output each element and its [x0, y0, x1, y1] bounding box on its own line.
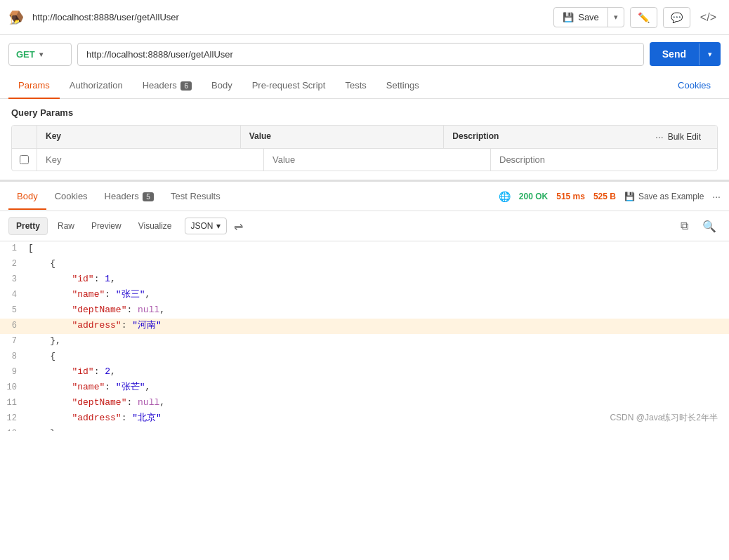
row-checkbox[interactable] — [20, 155, 29, 164]
row-desc[interactable] — [491, 149, 717, 171]
line-content: "deptName": null, — [28, 303, 729, 319]
code-line: 1[ — [0, 241, 729, 257]
save-example-label: Save as Example — [638, 192, 704, 201]
tab-params[interactable]: Params — [8, 73, 60, 99]
method-select[interactable]: GET ▾ — [8, 43, 72, 66]
tab-authorization[interactable]: Authorization — [60, 73, 133, 99]
code-view[interactable]: 1[2 {3 "id": 1,4 "name": "张三",5 "deptNam… — [0, 241, 729, 431]
line-number: 7 — [0, 334, 28, 349]
status-time: 515 ms — [556, 192, 585, 201]
fmt-tab-visualize[interactable]: Visualize — [131, 218, 179, 234]
json-format-select[interactable]: JSON ▾ — [185, 218, 227, 234]
send-button-main[interactable]: Send — [650, 42, 699, 66]
code-line: 4 "name": "张三", — [0, 288, 729, 303]
tab-tests[interactable]: Tests — [335, 73, 376, 99]
status-size: 525 B — [593, 192, 616, 201]
resp-tab-cookies[interactable]: Cookies — [46, 184, 96, 210]
save-button-main[interactable]: 💾 Save — [554, 8, 608, 27]
line-number: 2 — [0, 257, 28, 272]
key-input[interactable] — [46, 154, 255, 165]
app-icon: 🪤 — [8, 10, 24, 25]
status-ok: 200 OK — [519, 192, 548, 201]
col-desc-header: Description — [444, 126, 647, 148]
copy-icon-btn[interactable]: ⧉ — [676, 218, 692, 234]
query-params-section: Query Params Key Value Description ··· B… — [0, 99, 729, 180]
resp-tab-headers[interactable]: Headers 5 — [96, 184, 162, 210]
send-dropdown-arrow[interactable]: ▾ — [699, 44, 721, 65]
col-value-header: Value — [241, 126, 445, 148]
save-label: Save — [578, 12, 599, 22]
line-content: } — [28, 427, 729, 431]
tab-body[interactable]: Body — [202, 73, 242, 99]
save-example-button[interactable]: 💾 Save as Example — [624, 192, 704, 201]
fmt-tab-pretty[interactable]: Pretty — [8, 217, 48, 235]
filter-icon-btn[interactable]: ⇌ — [230, 218, 247, 234]
line-number: 12 — [0, 411, 28, 427]
line-content: }, — [28, 334, 729, 349]
line-content: "address": "河南" — [28, 319, 729, 334]
code-line: 8 { — [0, 349, 729, 365]
globe-icon: 🌐 — [499, 191, 511, 202]
code-line: 13 } — [0, 427, 729, 431]
line-content: "deptName": null, — [28, 396, 729, 411]
code-line: 5 "deptName": null, — [0, 303, 729, 319]
format-actions: ⧉ 🔍 — [676, 218, 721, 234]
save-dropdown-arrow[interactable]: ▾ — [608, 8, 624, 26]
tab-settings[interactable]: Settings — [376, 73, 429, 99]
code-line: 3 "id": 1, — [0, 272, 729, 288]
json-arrow: ▾ — [216, 221, 221, 231]
row-key[interactable] — [37, 149, 264, 171]
bulk-edit-label[interactable]: Bulk Edit — [668, 132, 701, 142]
query-params-title: Query Params — [11, 107, 718, 118]
resp-tab-test-results[interactable]: Test Results — [162, 184, 229, 210]
code-line: 9 "id": 2, — [0, 365, 729, 380]
fmt-tab-raw[interactable]: Raw — [51, 218, 81, 234]
fmt-tab-preview[interactable]: Preview — [84, 218, 129, 234]
code-button[interactable]: </> — [696, 7, 721, 28]
code-line: 6 "address": "河南" — [0, 319, 729, 334]
col-key-header: Key — [37, 126, 241, 148]
response-more-icon[interactable]: ··· — [712, 191, 721, 202]
tab-headers[interactable]: Headers 6 — [133, 73, 202, 99]
tab-cookies[interactable]: Cookies — [668, 73, 721, 99]
save-button[interactable]: 💾 Save ▾ — [553, 7, 624, 27]
line-number: 5 — [0, 303, 28, 319]
top-bar-actions: 💾 Save ▾ ✏️ 💬 </> — [553, 7, 721, 28]
url-input[interactable] — [77, 43, 644, 66]
more-icon[interactable]: ··· — [655, 131, 664, 142]
save-icon: 💾 — [563, 12, 574, 22]
line-content: { — [28, 257, 729, 272]
line-content: "name": "张芒", — [28, 380, 729, 396]
line-content: "id": 2, — [28, 365, 729, 380]
row-check[interactable] — [12, 149, 37, 171]
line-content: { — [28, 349, 729, 365]
send-button[interactable]: Send ▾ — [650, 42, 721, 66]
tab-pre-request[interactable]: Pre-request Script — [242, 73, 336, 99]
method-label: GET — [16, 49, 35, 60]
response-status: 🌐 200 OK 515 ms 525 B 💾 Save as Example … — [499, 191, 721, 202]
line-number: 6 — [0, 319, 28, 334]
line-number: 10 — [0, 380, 28, 396]
edit-button[interactable]: ✏️ — [630, 7, 657, 28]
code-container: 1[2 {3 "id": 1,4 "name": "张三",5 "deptNam… — [0, 241, 729, 431]
code-line: 7 }, — [0, 334, 729, 349]
code-line: 10 "name": "张芒", — [0, 380, 729, 396]
url-bar: GET ▾ Send ▾ — [0, 35, 729, 73]
resp-tab-body[interactable]: Body — [8, 184, 46, 210]
code-line: 11 "deptName": null, — [0, 396, 729, 411]
send-label: Send — [662, 48, 686, 60]
request-tabs: Params Authorization Headers 6 Body Pre-… — [0, 73, 729, 99]
row-value[interactable] — [264, 149, 491, 171]
method-arrow: ▾ — [39, 51, 43, 58]
params-empty-row — [12, 149, 717, 171]
watermark: CSDN @Java练习时长2年半 — [610, 412, 718, 424]
line-number: 3 — [0, 272, 28, 288]
top-bar: 🪤 http://localhost:8888/user/getAllUser … — [0, 0, 729, 35]
params-table: Key Value Description ··· Bulk Edit — [11, 125, 718, 171]
value-input[interactable] — [272, 154, 482, 165]
params-header-row: Key Value Description ··· Bulk Edit — [12, 126, 717, 149]
top-bar-url: http://localhost:8888/user/getAllUser — [32, 12, 548, 22]
comment-button[interactable]: 💬 — [663, 7, 690, 28]
desc-input[interactable] — [499, 154, 709, 165]
search-icon-btn[interactable]: 🔍 — [698, 218, 721, 234]
